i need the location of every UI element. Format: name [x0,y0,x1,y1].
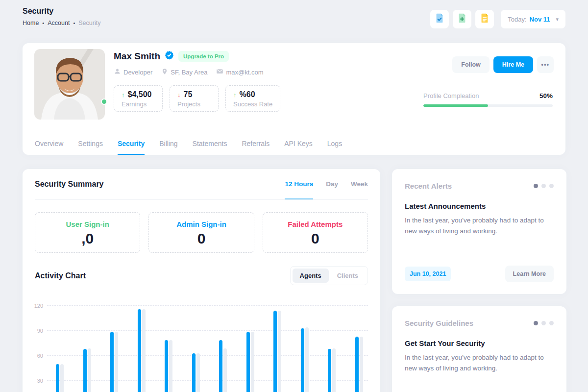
y-axis-tick: 30 [26,378,43,384]
user-icon [114,68,121,76]
tab-overview[interactable]: Overview [35,135,63,155]
progress-track [423,104,553,107]
chart-bar [301,328,304,392]
location-pin-icon [161,68,168,76]
alert-date-badge: Jun 10, 2021 [405,267,451,281]
progress-fill [423,104,488,107]
file-check-button[interactable] [430,10,449,28]
carousel-dot[interactable] [549,321,554,325]
profile-card: Max Smith Upgrade to Pro Developer SF, B… [23,43,565,155]
toggle-clients[interactable]: Clients [330,269,366,283]
stat-earnings: ↑$4,500 Earnings [114,85,163,112]
upgrade-to-pro-badge[interactable]: Upgrade to Pro [178,51,229,62]
gridline [47,380,368,381]
progress-label: Profile Compleation [423,92,479,99]
date-picker-value: Nov 11 [530,16,550,23]
section-title: Security Summary [35,180,104,189]
stat-projects: ↓75 Projects [170,85,219,112]
tab-billing[interactable]: Billing [159,135,177,155]
breadcrumb-home[interactable]: Home [23,20,39,26]
trend-up-icon: ↑ [122,91,125,98]
follow-button[interactable]: Follow [452,56,490,73]
chart-bar [219,340,222,392]
learn-more-button[interactable]: Learn More [505,266,554,282]
alerts-body: In the last year, you’ve probably had to… [405,215,547,236]
file-plus-button[interactable] [453,10,471,28]
recent-alerts-card: Recent Alerts Latest Announcements In th… [392,169,566,294]
breadcrumb-separator: • [42,20,44,26]
toggle-agents[interactable]: Agents [293,269,329,283]
verified-check-badge-icon [165,50,174,62]
alerts-footer: Jun 10, 2021 Learn More [405,266,554,282]
bar-shadow [305,327,309,392]
more-options-button[interactable]: ••• [537,56,554,73]
bar-shadow [60,364,64,392]
file-lines-icon [479,13,490,25]
carousel-dot[interactable] [549,184,554,188]
profile-name: Max Smith [114,51,160,62]
tab-api-keys[interactable]: API Keys [284,135,313,155]
gridline [47,305,368,306]
range-tab-week[interactable]: Week [351,169,368,199]
breadcrumb-account[interactable]: Account [48,20,70,26]
carousel-dot[interactable] [534,321,538,325]
tab-statements[interactable]: Statements [193,135,227,155]
bar-shadow [142,309,146,392]
range-tabs: 12 Hours Day Week [285,169,368,199]
bar-shadow [169,340,172,392]
date-picker-label: Today: [508,16,526,23]
hire-me-button[interactable]: Hire Me [493,56,533,73]
profile-location: SF, Bay Area [161,68,207,76]
security-guidelines-title: Security Guidelines [405,319,473,327]
carousel-dots [534,321,554,325]
tab-referrals[interactable]: Referrals [242,135,270,155]
profile-name-row: Max Smith Upgrade to Pro [114,50,229,62]
chart-bar [273,311,277,392]
profile-tabs: Overview Settings Security Billing State… [35,135,342,155]
stat-label: Projects [177,100,211,108]
tab-settings[interactable]: Settings [78,135,103,155]
topbar-left: Security Home• Account• Security [23,7,100,26]
carousel-dot[interactable] [534,184,538,188]
gridline [47,355,368,356]
carousel-dot[interactable] [541,321,546,325]
stat-label: Earnings [122,100,155,108]
chart-bar [56,364,59,392]
security-guidelines-card: Security Guidelines Get Start Your Secur… [392,306,566,392]
carousel-dot[interactable] [541,184,546,188]
progress-value: 50% [539,92,553,99]
file-plus-icon [457,13,467,25]
bar-shadow [88,348,91,392]
trend-down-icon: ↓ [177,91,181,98]
counter-value: ,0 [35,231,140,246]
date-picker[interactable]: Today: Nov 11 ▾ [501,10,565,28]
activity-bar-chart: 306090120 [23,297,380,392]
tab-logs[interactable]: Logs [327,135,342,155]
gridline [47,330,368,331]
bar-shadow [196,353,200,392]
trend-up-icon: ↑ [233,91,237,98]
chart-bar [355,337,359,392]
profile-role: Developer [114,68,152,76]
security-summary-header: Security Summary 12 Hours Day Week [35,169,368,200]
counter-value: 0 [149,231,253,246]
range-tab-12-hours[interactable]: 12 Hours [285,169,313,199]
chart-bar [165,340,168,392]
counter-failed-attempts: Failed Attempts 0 [263,212,368,253]
activity-chart-title: Activity Chart [35,271,86,280]
profile-actions: Follow Hire Me ••• [452,56,554,73]
counter-label: Admin Sign-in [149,220,253,228]
carousel-dots [534,184,554,188]
counter-user-signin: User Sign-in ,0 [35,212,140,253]
y-axis-tick: 60 [26,353,43,359]
breadcrumb: Home• Account• Security [23,20,100,26]
chart-bar [246,332,250,392]
tab-security[interactable]: Security [118,135,145,155]
file-lines-button[interactable] [475,10,494,28]
security-counters: User Sign-in ,0 Admin Sign-in 0 Failed A… [35,212,368,253]
chart-bar [83,349,87,392]
activity-chart-header: Activity Chart Agents Clients [35,266,368,285]
profile-stats-row: ↑$4,500 Earnings ↓75 Projects ↑%60 Succe… [114,85,280,112]
range-tab-day[interactable]: Day [326,169,338,199]
chart-bar [192,353,196,392]
